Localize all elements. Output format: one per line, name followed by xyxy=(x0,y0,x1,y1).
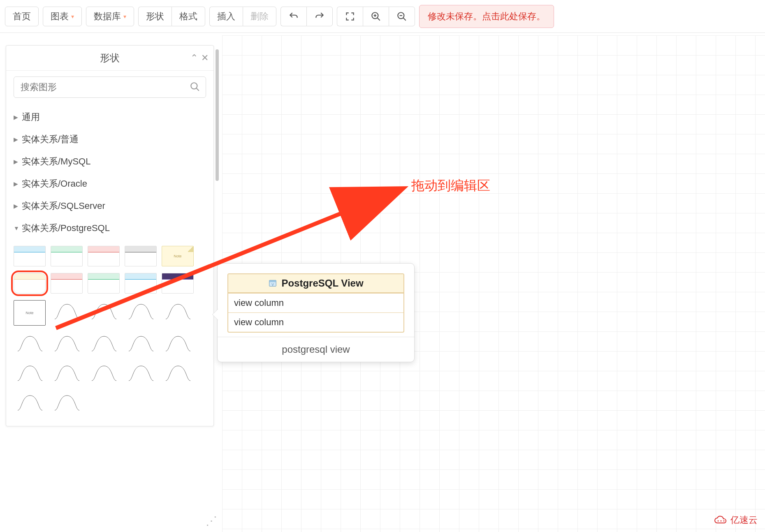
search-input[interactable] xyxy=(14,76,206,98)
chart-dropdown[interactable]: 图表▾ xyxy=(43,7,82,26)
category-er-normal[interactable]: ▶实体关系/普通 xyxy=(14,128,206,150)
preview-column: view column xyxy=(228,293,403,312)
category-er-oracle[interactable]: ▶实体关系/Oracle xyxy=(14,173,206,195)
shape-pg-table-blue[interactable] xyxy=(14,246,46,266)
category-general[interactable]: ▶通用 xyxy=(14,106,206,128)
insert-delete-group: 插入 删除 xyxy=(209,7,276,26)
shape-connector-15[interactable] xyxy=(14,391,46,414)
svg-rect-4 xyxy=(269,280,276,282)
shape-connector-3[interactable] xyxy=(125,300,157,323)
database-dropdown[interactable]: 数据库▾ xyxy=(86,7,134,26)
save-notice[interactable]: 修改未保存。点击此处保存。 xyxy=(419,5,554,28)
watermark-label: 亿速云 xyxy=(730,514,758,526)
category-label: 实体关系/SQLServer xyxy=(22,200,105,212)
category-label: 实体关系/普通 xyxy=(22,133,79,146)
undo-button[interactable] xyxy=(280,7,306,26)
triangle-right-icon: ▶ xyxy=(14,136,19,143)
view-icon: V xyxy=(268,279,277,288)
search-icon[interactable] xyxy=(190,81,200,94)
category-label: 实体关系/Oracle xyxy=(22,178,87,190)
zoom-in-button[interactable] xyxy=(363,7,389,26)
shape-note-outline[interactable]: Note xyxy=(14,300,46,326)
preview-column: view column xyxy=(228,312,403,332)
triangle-right-icon: ▶ xyxy=(14,158,19,165)
collapse-icon[interactable]: ⌃ xyxy=(190,53,198,63)
shape-connector-2[interactable] xyxy=(88,300,120,323)
close-icon[interactable]: ✕ xyxy=(201,53,209,63)
svg-point-9 xyxy=(721,520,722,522)
database-label: 数据库 xyxy=(94,10,121,23)
triangle-right-icon: ▶ xyxy=(14,180,19,187)
shape-connector-5[interactable] xyxy=(14,332,46,355)
chevron-down-icon: ▾ xyxy=(71,13,74,20)
home-button[interactable]: 首页 xyxy=(5,7,39,26)
category-label: 通用 xyxy=(22,111,40,123)
panel-title: 形状 xyxy=(100,51,120,65)
shape-connector-1[interactable] xyxy=(51,300,83,323)
shape-connector-9[interactable] xyxy=(162,332,194,355)
view-group xyxy=(337,7,415,26)
svg-text:V: V xyxy=(272,283,274,287)
note-label: Note xyxy=(26,311,33,315)
category-er-mysql[interactable]: ▶实体关系/MySQL xyxy=(14,150,206,173)
shape-pg-sequence[interactable] xyxy=(162,273,194,294)
category-label: 实体关系/MySQL xyxy=(22,155,90,168)
category-er-sqlserver[interactable]: ▶实体关系/SQLServer xyxy=(14,195,206,217)
shapes-grid: Note Note xyxy=(14,239,206,414)
zoom-in-icon xyxy=(371,11,381,22)
shape-pg-table-gray[interactable] xyxy=(125,246,157,266)
undo-icon xyxy=(288,11,299,22)
panel-scrollbar[interactable] xyxy=(216,49,219,181)
shape-connector-12[interactable] xyxy=(88,362,120,385)
shape-note[interactable]: Note xyxy=(162,246,194,266)
triangle-down-icon: ▼ xyxy=(14,225,19,231)
cloud-icon xyxy=(714,516,728,525)
panel-header: 形状 ⌃ ✕ xyxy=(6,46,213,71)
shape-connector-16[interactable] xyxy=(51,391,83,414)
shape-connector-8[interactable] xyxy=(125,332,157,355)
shape-connector-7[interactable] xyxy=(88,332,120,355)
note-label: Note xyxy=(174,254,181,258)
category-label: 实体关系/PostgreSQL xyxy=(22,222,110,234)
shape-pg-function[interactable] xyxy=(88,273,120,294)
redo-button[interactable] xyxy=(306,7,333,26)
shape-pg-table-red[interactable] xyxy=(88,246,120,266)
fullscreen-icon xyxy=(345,11,355,22)
shape-preview-popup: V PostgreSQL View view column view colum… xyxy=(217,263,415,362)
svg-point-2 xyxy=(191,83,197,89)
zoom-out-button[interactable] xyxy=(389,7,415,26)
shape-connector-14[interactable] xyxy=(162,362,194,385)
panel-body: ▶通用 ▶实体关系/普通 ▶实体关系/MySQL ▶实体关系/Oracle ▶实… xyxy=(6,71,213,426)
redo-icon xyxy=(314,11,325,22)
insert-button[interactable]: 插入 xyxy=(209,7,243,26)
annotation-text: 拖动到编辑区 xyxy=(411,177,490,195)
shape-connector-13[interactable] xyxy=(125,362,157,385)
shape-connector-6[interactable] xyxy=(51,332,83,355)
format-button[interactable]: 格式 xyxy=(172,7,205,26)
preview-table: V PostgreSQL View view column view colum… xyxy=(227,273,404,333)
watermark: 亿速云 xyxy=(714,514,758,526)
shape-connector-4[interactable] xyxy=(162,300,194,323)
shape-pg-table-green[interactable] xyxy=(51,246,83,266)
delete-button[interactable]: 删除 xyxy=(243,7,276,26)
resize-handle-icon[interactable]: ⋰ xyxy=(206,514,217,527)
shape-pg-type-blue[interactable] xyxy=(125,273,157,294)
shape-connector-11[interactable] xyxy=(51,362,83,385)
fullscreen-button[interactable] xyxy=(337,7,363,26)
preview-caption: postgresql view xyxy=(218,337,414,362)
category-er-postgresql[interactable]: ▼实体关系/PostgreSQL xyxy=(14,217,206,239)
svg-point-10 xyxy=(723,520,725,522)
zoom-out-icon xyxy=(396,11,407,22)
shape-button[interactable]: 形状 xyxy=(138,7,172,26)
shape-pg-view[interactable] xyxy=(14,273,46,294)
chevron-down-icon: ▾ xyxy=(123,13,126,20)
triangle-right-icon: ▶ xyxy=(14,203,19,209)
shape-pg-type-red[interactable] xyxy=(51,273,83,294)
shape-format-group: 形状 格式 xyxy=(138,7,205,26)
toolbar: 首页 图表▾ 数据库▾ 形状 格式 插入 删除 修改未保存。点击此处保存。 xyxy=(0,0,765,33)
chart-label: 图表 xyxy=(51,10,69,23)
triangle-right-icon: ▶ xyxy=(14,114,19,120)
shape-connector-10[interactable] xyxy=(14,362,46,385)
preview-title: PostgreSQL View xyxy=(281,278,363,289)
shapes-panel: 形状 ⌃ ✕ ▶通用 ▶实体关系/普通 ▶实体关系/MySQL ▶实体关系/Or… xyxy=(6,45,214,426)
